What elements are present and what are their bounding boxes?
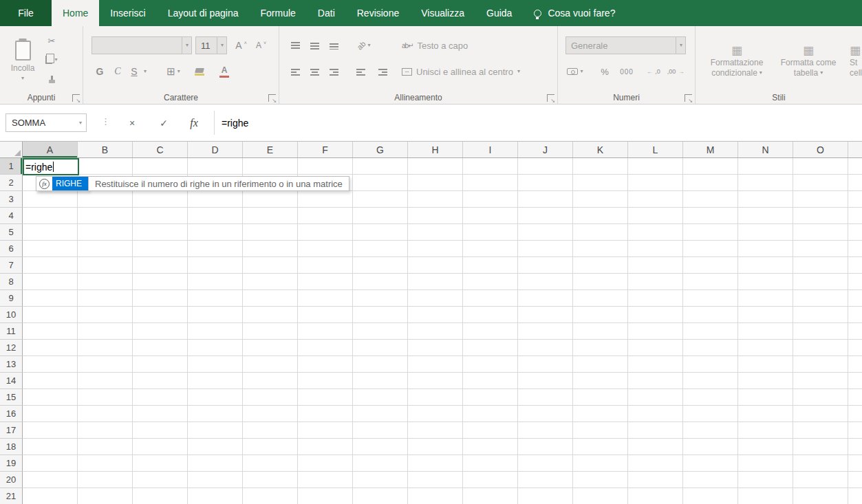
ribbon-tab[interactable]: Revisione [346, 0, 410, 26]
row-header[interactable]: 12 [0, 340, 23, 356]
row-header[interactable]: 4 [0, 208, 23, 224]
ribbon-tab-bar: File HomeInserisciLayout di paginaFormul… [0, 0, 862, 26]
align-middle-button[interactable] [305, 36, 323, 54]
column-header[interactable]: N [738, 142, 793, 157]
column-header[interactable]: H [408, 142, 463, 157]
dialog-launcher-icon[interactable] [268, 94, 276, 102]
align-right-button[interactable] [325, 63, 343, 80]
name-box[interactable]: SOMMA ▾ [6, 113, 87, 132]
accounting-format-button[interactable]: ▾ [565, 63, 585, 80]
align-top-button[interactable] [286, 36, 304, 54]
column-header[interactable]: L [628, 142, 683, 157]
autocomplete-item-righe[interactable]: fx RIGHE [36, 177, 88, 190]
row-header[interactable]: 19 [0, 455, 23, 472]
row-header[interactable]: 13 [0, 356, 23, 373]
paste-button[interactable]: Incolla ▾ [4, 32, 41, 89]
dialog-launcher-icon[interactable] [547, 94, 554, 102]
align-left-button[interactable] [286, 63, 304, 80]
row-header[interactable]: 16 [0, 406, 23, 422]
bold-button[interactable]: G [91, 63, 108, 80]
underline-button[interactable]: S [126, 63, 142, 80]
copy-button[interactable]: ▾ [43, 51, 61, 69]
increase-indent-button[interactable] [373, 63, 392, 80]
row-header[interactable]: 11 [0, 323, 23, 340]
column-header[interactable]: G [353, 142, 408, 157]
select-all-corner[interactable] [0, 142, 23, 158]
row-header[interactable]: 21 [0, 488, 23, 504]
tell-me[interactable]: Cosa vuoi fare? [534, 0, 615, 26]
ribbon-tab[interactable]: Inserisci [99, 0, 156, 26]
column-header[interactable]: D [188, 142, 243, 157]
font-color-button[interactable]: A [214, 63, 235, 80]
column-header[interactable]: I [463, 142, 518, 157]
wrap-text-button[interactable]: ab↵ Testo a capo [402, 36, 468, 54]
enter-button[interactable]: ✓ [154, 113, 173, 132]
row-header[interactable]: 8 [0, 274, 23, 290]
cells-area[interactable] [23, 158, 862, 504]
decrease-indent-button[interactable] [351, 63, 370, 80]
percent-style-button[interactable]: % [596, 63, 613, 80]
align-center-button[interactable] [305, 63, 323, 80]
increase-decimal-button[interactable]: ,0 [643, 63, 664, 80]
column-header[interactable]: O [793, 142, 848, 157]
formula-input[interactable]: =righe [222, 113, 856, 132]
row-header[interactable]: 5 [0, 224, 23, 241]
row-header[interactable]: 6 [0, 241, 23, 257]
cut-button[interactable]: ✂ [43, 32, 61, 50]
number-format-select[interactable]: Generale ▾ [565, 36, 686, 54]
row-header[interactable]: 2 [0, 175, 23, 191]
tab-file[interactable]: File [0, 0, 52, 26]
format-as-table-button[interactable]: ▦ Formatta come tabella▾ [774, 32, 843, 91]
column-header[interactable]: B [78, 142, 133, 157]
font-name-select[interactable]: ▾ [91, 36, 192, 54]
dialog-launcher-icon[interactable] [72, 94, 80, 102]
column-header[interactable]: F [298, 142, 353, 157]
decrease-font-button[interactable]: A˅ [252, 36, 270, 54]
italic-button[interactable]: C [109, 63, 126, 80]
column-header[interactable]: A [23, 142, 78, 157]
up-arrow-icon: ˄ [244, 41, 247, 45]
row-header[interactable]: 18 [0, 439, 23, 455]
fill-color-button[interactable] [189, 63, 210, 80]
row-header[interactable]: 15 [0, 389, 23, 406]
resize-handle-icon[interactable]: ⋮ [101, 116, 110, 127]
column-header[interactable]: M [683, 142, 738, 157]
row-header[interactable]: 9 [0, 290, 23, 307]
column-header[interactable]: E [243, 142, 298, 157]
column-header[interactable]: C [133, 142, 188, 157]
orientation-button[interactable]: ab ▾ [351, 36, 377, 54]
format-painter-button[interactable] [43, 70, 61, 88]
active-cell-a1[interactable]: =righe [23, 158, 79, 175]
row-header[interactable]: 1 [0, 158, 23, 175]
font-size-select[interactable]: 11 ▾ [195, 36, 227, 54]
merge-center-button[interactable]: Unisci e allinea al centro ▾ [402, 63, 520, 80]
row-header[interactable]: 7 [0, 257, 23, 274]
borders-button[interactable]: ⊞ ▾ [163, 63, 184, 80]
align-bottom-button[interactable] [325, 36, 343, 54]
dialog-launcher-icon[interactable] [685, 94, 692, 102]
ribbon-tab[interactable]: Layout di pagina [157, 0, 250, 26]
decrease-decimal-button[interactable]: ,00 [665, 63, 686, 80]
underline-options-button[interactable]: ▾ [141, 63, 149, 80]
insert-function-button[interactable]: fx [184, 113, 204, 132]
ribbon-tab[interactable]: Home [52, 0, 99, 26]
row-header[interactable]: 20 [0, 472, 23, 488]
cell-styles-icon: ▦ [850, 45, 861, 56]
column-header[interactable]: J [518, 142, 573, 157]
cell-styles-button[interactable]: ▦ St cell [845, 32, 862, 91]
row-header[interactable]: 17 [0, 422, 23, 439]
column-header[interactable]: K [573, 142, 628, 157]
row-header[interactable]: 3 [0, 191, 23, 208]
ribbon-tab[interactable]: Formule [249, 0, 306, 26]
increase-font-button[interactable]: A˄ [232, 36, 250, 54]
conditional-formatting-button[interactable]: ▦ Formattazione condizionale▾ [701, 32, 773, 91]
cancel-button[interactable]: × [122, 113, 142, 132]
ribbon-tab[interactable]: Guida [475, 0, 523, 26]
ribbon-tab[interactable]: Visualizza [410, 0, 475, 26]
row-header[interactable]: 14 [0, 373, 23, 389]
align-right-icon [330, 68, 338, 76]
ribbon-tab[interactable]: Dati [307, 0, 346, 26]
row-header[interactable]: 10 [0, 307, 23, 323]
chevron-down-icon: ▾ [580, 69, 583, 74]
comma-style-button[interactable]: 000 [616, 63, 638, 80]
